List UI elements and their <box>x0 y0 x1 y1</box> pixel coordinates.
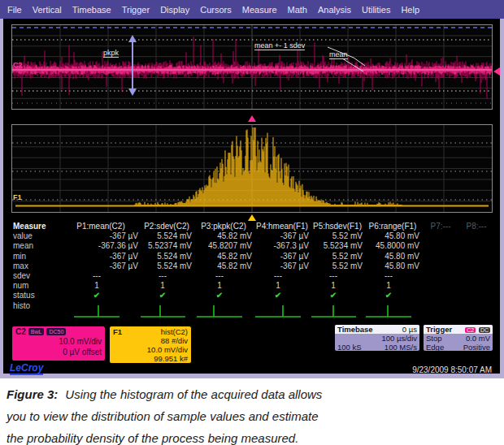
menu-item-trigger[interactable]: Trigger <box>122 5 150 15</box>
menu-item-measure[interactable]: Measure <box>242 5 277 15</box>
menu-item-analysis[interactable]: Analysis <box>318 5 351 15</box>
measure-min-p1: -367 µV <box>62 252 140 261</box>
lecroy-logo: LeCroy <box>10 363 43 375</box>
trigger-time-marker-icon[interactable] <box>248 115 256 122</box>
measure-mean-p5: 5.5234 mV <box>311 241 364 251</box>
measure-max-p1: -367 µV <box>62 261 140 271</box>
measure-sdev-p1: --- <box>62 271 140 281</box>
status-ok-icon-p3: ✔ <box>193 291 254 300</box>
waveform-grid[interactable]: C2 pkpk mean +- 1 sdev mean <box>11 24 493 110</box>
menu-item-math[interactable]: Math <box>288 5 307 15</box>
caption-line-2: you to view the distribution of sample v… <box>7 405 497 427</box>
oscilloscope-window: FileVerticalTimebaseTriggerDisplayCursor… <box>0 0 504 378</box>
measure-table: MeasureP1:mean(C2)P2:sdev(C2)P3:pkpk(C2)… <box>11 222 493 319</box>
measure-min-p8 <box>460 252 493 261</box>
timebase-delay: 0 µs <box>402 325 417 334</box>
param-header-p1[interactable]: P1:mean(C2) <box>62 222 140 231</box>
f1-descriptor-box[interactable]: F1 hist(C2) 88 #/div 10.0 mV/div 99.951 … <box>109 326 192 364</box>
measure-sdev-p3: --- <box>193 271 254 281</box>
menu-bar: FileVerticalTimebaseTriggerDisplayCursor… <box>0 0 504 19</box>
c2-descriptor-box[interactable]: C2 BwL DC50 10.0 mV/div 0 µV offset <box>11 326 106 361</box>
menu-item-timebase[interactable]: Timebase <box>72 5 111 15</box>
measure-max-p6: 45.80 mV <box>364 261 421 271</box>
status-ok-icon-p5: ✔ <box>311 291 364 300</box>
measure-max-p5: 5.52 mV <box>311 261 364 271</box>
menu-item-vertical[interactable]: Vertical <box>33 5 62 15</box>
row-label-max: max <box>11 261 62 271</box>
timebase-samples: 100 kS <box>337 343 362 352</box>
param-header-p3[interactable]: P3:pkpk(C2) <box>193 222 254 231</box>
param-header-p5[interactable]: P5:hsdev(F1) <box>311 222 364 231</box>
measure-mean-p2: 5.52374 mV <box>140 241 193 251</box>
measure-sdev-p4: --- <box>254 271 311 281</box>
menu-item-file[interactable]: File <box>7 5 22 15</box>
histicon-p3 <box>193 301 254 319</box>
measure-max-p7 <box>421 261 460 271</box>
measure-value-p4: -367 µV <box>254 231 311 241</box>
measure-min-p2: 5.524 mV <box>140 252 193 261</box>
figure-caption: Figure 3:Using the histogram of the acqu… <box>0 378 504 445</box>
measure-sdev-p8 <box>460 271 493 281</box>
trigger-type: Edge <box>426 343 444 352</box>
measure-value-p3: 45.82 mV <box>193 231 254 241</box>
f1-counts-per-div: 88 #/div <box>113 336 188 345</box>
status-ok-icon-p4: ✔ <box>254 291 311 300</box>
measure-value-p7 <box>421 231 460 241</box>
histicon-graph <box>365 304 412 319</box>
histicon-p4 <box>254 301 311 319</box>
scope-screen: C2 pkpk mean +- 1 sdev mean F1 MeasureP1… <box>3 19 500 374</box>
menu-item-utilities[interactable]: Utilities <box>362 5 390 15</box>
status-p7 <box>421 291 460 300</box>
timebase-rate: 100 MS/s <box>385 343 417 352</box>
timebase-per-div: 100 µs/div <box>335 334 419 343</box>
param-header-p6[interactable]: P6:range(F1) <box>364 222 421 231</box>
c2-level-marker-icon[interactable] <box>493 67 500 76</box>
measure-value-p6: 45.80 mV <box>364 231 421 241</box>
f1-function: hist(C2) <box>161 327 188 336</box>
histogram-grid[interactable]: F1 <box>11 124 493 213</box>
measure-value-p5: 5.52 mV <box>311 231 364 241</box>
row-label-value: value <box>11 231 62 241</box>
histicon-p2 <box>140 301 193 319</box>
timebase-descriptor-box[interactable]: Timebase 0 µs 100 µs/div 100 kS 100 MS/s <box>334 324 420 352</box>
histicon-graph <box>140 304 185 319</box>
menu-item-cursors[interactable]: Cursors <box>200 5 232 15</box>
c2-offset: 0 µV offset <box>15 347 102 357</box>
param-header-p7[interactable]: P7:--- <box>421 222 460 231</box>
measure-num-p5: 1 <box>311 281 364 291</box>
measure-num-p8 <box>460 281 493 291</box>
f1-volts-per-div: 10.0 mV/div <box>113 345 188 354</box>
row-label-mean: mean <box>11 241 62 251</box>
f1-histogram-trace <box>12 125 492 212</box>
status-ok-icon-p2: ✔ <box>140 291 193 300</box>
c2-waveform-trace <box>12 25 492 109</box>
measure-value-p1: -367 µV <box>62 231 140 241</box>
measure-max-p8 <box>460 261 493 271</box>
trigger-mode: Stop <box>426 334 442 343</box>
measure-num-p2: 1 <box>140 281 193 291</box>
c2-coupling-badge: DC50 <box>46 328 66 335</box>
param-header-p4[interactable]: P4:hmean(F1) <box>254 222 311 231</box>
param-header-p2[interactable]: P2:sdev(C2) <box>140 222 193 231</box>
histicon-graph <box>196 304 243 319</box>
mean-annotation: mean <box>329 50 348 59</box>
menu-item-help[interactable]: Help <box>401 5 419 15</box>
measure-min-p6: 45.80 mV <box>364 252 421 261</box>
trigger-descriptor-box[interactable]: Trigger C2 DC Stop 0.0 mV Edge Positive <box>423 324 493 352</box>
measure-table-title: Measure <box>11 222 62 231</box>
status-ok-icon-p6: ✔ <box>364 291 421 300</box>
measure-num-p6: 1 <box>364 281 421 291</box>
measure-mean-p1: -367.36 µV <box>62 241 140 251</box>
status-p8 <box>460 291 493 300</box>
measure-num-p7 <box>421 281 460 291</box>
histicon-p5 <box>311 301 364 319</box>
histo-p8 <box>460 301 493 319</box>
timestamp: 9/23/2009 8:50:07 AM <box>412 365 492 374</box>
histogram-center-marker-icon[interactable] <box>248 214 256 221</box>
row-label-histo: histo <box>11 301 62 319</box>
measure-mean-p8 <box>460 241 493 251</box>
measure-sdev-p6: --- <box>364 271 421 281</box>
caption-line-1: Using the histogram of the acquired data… <box>65 387 322 401</box>
menu-item-display[interactable]: Display <box>160 5 189 15</box>
param-header-p8[interactable]: P8:--- <box>460 222 493 231</box>
